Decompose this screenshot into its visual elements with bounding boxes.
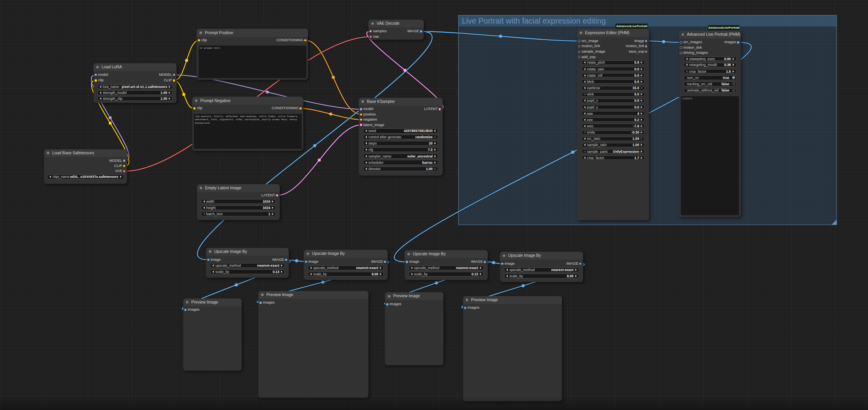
svg-text:Live Portrait with facial expr: Live Portrait with facial expression edi… <box>462 16 606 25</box>
